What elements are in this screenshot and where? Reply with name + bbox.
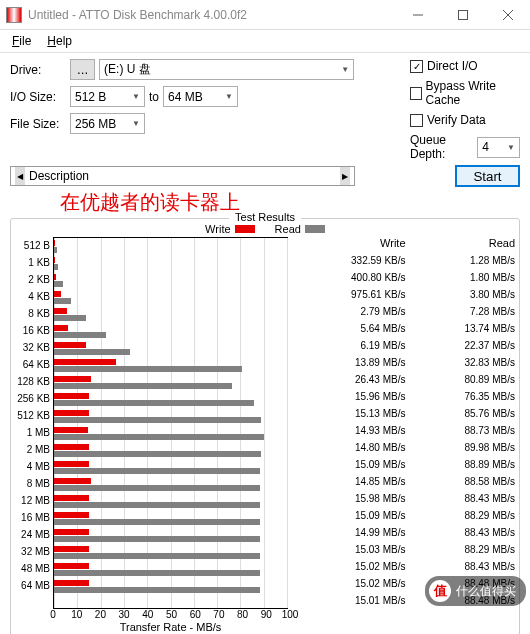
chart-x-axis: 0102030405060708090100 [53, 609, 290, 621]
maximize-button[interactable] [440, 0, 485, 30]
drive-browse-button[interactable]: ... [70, 59, 95, 80]
window-title: Untitled - ATTO Disk Benchmark 4.00.0f2 [28, 8, 395, 22]
iosize-from-select[interactable]: 512 B▼ [70, 86, 145, 107]
queue-select[interactable]: 4▼ [477, 137, 520, 158]
app-icon [6, 7, 22, 23]
start-button[interactable]: Start [455, 165, 520, 187]
checkbox-icon [410, 114, 423, 127]
chart-y-labels: 512 B1 KB2 KB4 KB8 KB16 KB32 KB64 KB128 … [15, 237, 53, 609]
drive-label: Drive: [10, 63, 70, 77]
data-table: 332.59 KB/s1.28 MB/s400.80 KB/s1.80 MB/s… [296, 252, 515, 609]
iosize-label: I/O Size: [10, 90, 70, 104]
verify-checkbox[interactable]: Verify Data [410, 113, 520, 127]
watermark-icon: 值 [429, 580, 451, 602]
col-write: Write [296, 237, 406, 252]
legend-write: Write [205, 223, 254, 235]
checkbox-icon [410, 87, 422, 100]
filesize-label: File Size: [10, 117, 70, 131]
watermark: 值 什么值得买 [425, 576, 526, 606]
close-button[interactable] [485, 0, 530, 30]
menu-help[interactable]: Help [39, 32, 80, 50]
titlebar: Untitled - ATTO Disk Benchmark 4.00.0f2 [0, 0, 530, 30]
chart-bars [53, 237, 288, 609]
chart-x-label: Transfer Rate - MB/s [53, 621, 288, 633]
iosize-to-select[interactable]: 64 MB▼ [163, 86, 238, 107]
filesize-select[interactable]: 256 MB▼ [70, 113, 145, 134]
directio-checkbox[interactable]: ✓Direct I/O [410, 59, 520, 73]
desc-prev-button[interactable]: ◀ [15, 167, 25, 185]
drive-select[interactable]: (E:) U 盘▼ [99, 59, 354, 80]
bypass-checkbox[interactable]: Bypass Write Cache [410, 79, 520, 107]
to-label: to [149, 90, 159, 104]
svg-rect-1 [458, 10, 467, 19]
col-read: Read [406, 237, 516, 252]
minimize-button[interactable] [395, 0, 440, 30]
results-title: Test Results [229, 211, 301, 223]
results-panel: Test Results Write Read 512 B1 KB2 KB4 K… [10, 218, 520, 634]
queue-label: Queue Depth: [410, 133, 471, 161]
menubar: File Help [0, 30, 530, 53]
checkbox-icon: ✓ [410, 60, 423, 73]
description-field[interactable]: ◀ Description ▶ [10, 166, 355, 186]
legend-read: Read [275, 223, 325, 235]
desc-next-button[interactable]: ▶ [340, 167, 350, 185]
menu-file[interactable]: File [4, 32, 39, 50]
